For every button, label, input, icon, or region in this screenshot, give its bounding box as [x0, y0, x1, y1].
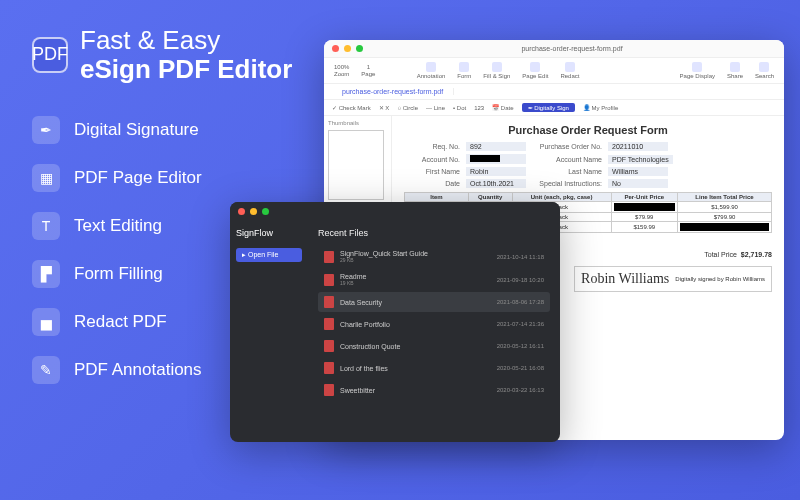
app-logo-icon: PDF	[32, 37, 68, 73]
search-button[interactable]: Search	[751, 62, 778, 79]
x-tool[interactable]: ✕ X	[379, 104, 390, 111]
si-label: Special Instructions:	[532, 180, 602, 187]
date-tool[interactable]: 📅 Date	[492, 104, 513, 111]
feature-list: ✒Digital Signature ▦PDF Page Editor TTex…	[32, 116, 202, 384]
page-edit-button[interactable]: Page Edit	[518, 62, 552, 79]
signature-name: Robin Williams	[581, 271, 669, 287]
doc-title: Purchase Order Request Form	[404, 124, 772, 136]
recent-file-item[interactable]: Readme19 KB2021-09-18 10:20	[318, 269, 550, 290]
pdf-file-icon	[324, 296, 334, 308]
po-field[interactable]: 20211010	[608, 142, 668, 151]
check-mark-tool[interactable]: ✓ Check Mark	[332, 104, 371, 111]
req-no-field[interactable]: 892	[466, 142, 526, 151]
req-no-label: Req. No.	[404, 143, 460, 150]
recent-files-panel: Recent Files SignFlow_Quick Start Guide2…	[308, 220, 560, 442]
tab-document[interactable]: purchase-order-request-form.pdf	[332, 88, 454, 95]
recent-file-item[interactable]: Data Security2021-08-06 17:28	[318, 292, 550, 312]
date-field[interactable]: Oct.10th.2021	[466, 179, 526, 188]
last-name-label: Last Name	[532, 168, 602, 175]
pen-icon: ✎	[32, 356, 60, 384]
text-icon: T	[32, 212, 60, 240]
line-tool[interactable]: — Line	[426, 105, 445, 111]
dot-tool[interactable]: • Dot	[453, 105, 466, 111]
window-title: purchase-order-request-form.pdf	[368, 45, 776, 52]
form-icon: ▛	[32, 260, 60, 288]
th-price: Per-Unit Price	[611, 193, 677, 202]
grid-icon: ▦	[32, 164, 60, 192]
zoom-control[interactable]: 100%Zoom	[330, 64, 353, 77]
redacted-block	[470, 155, 500, 162]
annotation-button[interactable]: Annotation	[413, 62, 450, 79]
redacted-block	[680, 223, 769, 231]
first-name-label: First Name	[404, 168, 460, 175]
digitally-sign-tool[interactable]: ✒ Digitally Sign	[522, 103, 575, 112]
feature-annotations: ✎PDF Annotations	[32, 356, 202, 384]
pdf-file-icon	[324, 384, 334, 396]
feature-page-editor: ▦PDF Page Editor	[32, 164, 202, 192]
recent-files-window: SignFlow ▸ Open File Recent Files SignFl…	[230, 202, 560, 442]
editor-titlebar: purchase-order-request-form.pdf	[324, 40, 784, 58]
recent-file-item[interactable]: Construction Quote2020-05-12 16:11	[318, 336, 550, 356]
pdf-file-icon	[324, 274, 334, 286]
feature-form-filling: ▛Form Filling	[32, 260, 202, 288]
text-tool[interactable]: 123	[474, 105, 484, 111]
th-unit: Unit (each, pkg, case)	[512, 193, 611, 202]
acct-name-field[interactable]: PDF Technologies	[608, 155, 673, 164]
circle-tool[interactable]: ○ Circle	[397, 105, 418, 111]
acct-no-field[interactable]	[466, 154, 526, 164]
hero-title: Fast & EasyeSign PDF Editor	[80, 26, 292, 83]
page-thumbnail[interactable]	[328, 130, 384, 200]
recent-file-item[interactable]: Sweetbitter2020-03-22 16:13	[318, 380, 550, 400]
feature-text-editing: TText Editing	[32, 212, 202, 240]
page-control[interactable]: 1Page	[357, 64, 379, 77]
recent-file-item[interactable]: Charlie Portfolio2021-07-14 21:36	[318, 314, 550, 334]
editor-toolbar: 100%Zoom 1Page Annotation Form Fill & Si…	[324, 58, 784, 84]
maximize-icon[interactable]	[356, 45, 363, 52]
po-label: Purchase Order No.	[532, 143, 602, 150]
th-total: Line Item Total Price	[677, 193, 771, 202]
signature-meta: Digitally signed by Robin Williams	[675, 276, 765, 282]
recent-files-title: Recent Files	[318, 228, 550, 238]
redacted-block	[614, 203, 675, 211]
recent-file-item[interactable]: SignFlow_Quick Start Guide29 KB2021-10-1…	[318, 246, 550, 267]
pdf-file-icon	[324, 251, 334, 263]
date-label: Date	[404, 180, 460, 187]
acct-no-label: Account No.	[404, 156, 460, 163]
pdf-file-icon	[324, 362, 334, 374]
open-file-button[interactable]: ▸ Open File	[236, 248, 302, 262]
feature-redact: ▅Redact PDF	[32, 308, 202, 336]
pdf-file-icon	[324, 318, 334, 330]
close-icon[interactable]	[332, 45, 339, 52]
thumbnails-label: Thumbnails	[328, 120, 387, 126]
pdf-file-icon	[324, 340, 334, 352]
fill-sign-button[interactable]: Fill & Sign	[479, 62, 514, 79]
share-button[interactable]: Share	[723, 62, 747, 79]
minimize-icon[interactable]	[344, 45, 351, 52]
redact-icon: ▅	[32, 308, 60, 336]
hero: PDF Fast & EasyeSign PDF Editor	[32, 26, 292, 83]
first-name-field[interactable]: Robin	[466, 167, 526, 176]
acct-name-label: Account Name	[532, 156, 602, 163]
form-button[interactable]: Form	[453, 62, 475, 79]
my-profile-tool[interactable]: 👤 My Profile	[583, 104, 618, 111]
redact-button[interactable]: Redact	[556, 62, 583, 79]
feature-digital-signature: ✒Digital Signature	[32, 116, 202, 144]
last-name-field[interactable]: Williams	[608, 167, 668, 176]
dark-sidebar: SignFlow ▸ Open File	[230, 220, 308, 442]
close-icon[interactable]	[238, 208, 245, 215]
th-item: Item	[405, 193, 469, 202]
minimize-icon[interactable]	[250, 208, 257, 215]
maximize-icon[interactable]	[262, 208, 269, 215]
si-field[interactable]: No	[608, 179, 668, 188]
recent-file-item[interactable]: Lord of the flies2020-05-21 16:08	[318, 358, 550, 378]
page-display-button[interactable]: Page Display	[676, 62, 719, 79]
dark-titlebar	[230, 202, 560, 220]
app-name: SignFlow	[236, 228, 302, 238]
th-qty: Quantity	[468, 193, 512, 202]
fill-sign-tools: ✓ Check Mark ✕ X ○ Circle — Line • Dot 1…	[324, 100, 784, 116]
document-tabs: purchase-order-request-form.pdf	[324, 84, 784, 100]
signature-icon: ✒	[32, 116, 60, 144]
signature-box[interactable]: Robin WilliamsDigitally signed by Robin …	[574, 266, 772, 292]
